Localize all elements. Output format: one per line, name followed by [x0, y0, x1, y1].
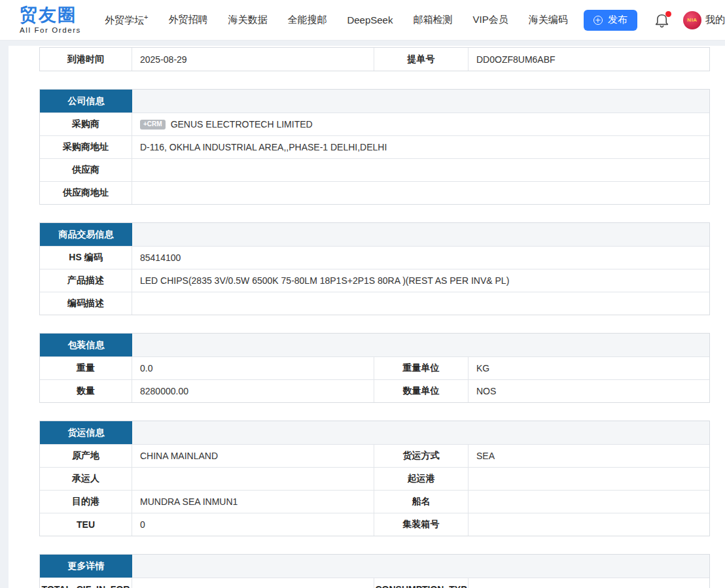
table-row: 到港时间 2025-08-29 提单号 DD0OZF8UM6ABF — [40, 48, 709, 71]
main-menu: 外贸学坛+ 外贸招聘 海关数据 全能搜邮 DeepSeek 邮箱检测 VIP会员… — [105, 13, 568, 27]
arrival-table: 到港时间 2025-08-29 提单号 DD0OZF8UM6ABF — [39, 47, 710, 71]
teu-label: TEU — [40, 513, 132, 536]
arrival-date-label: 到港时间 — [40, 48, 132, 71]
total-cif-value — [132, 578, 374, 588]
hs-code-value: 85414100 — [132, 247, 709, 269]
destination-port-value: MUNDRA SEA INMUN1 — [132, 491, 374, 513]
logo-text: 贸友圈 — [20, 6, 81, 24]
page-background-strip — [0, 41, 725, 46]
user-avatar[interactable]: NIA — [683, 11, 701, 29]
publish-button[interactable]: 发布 — [584, 10, 637, 31]
more-details-table: 更多详情 TOTAL_CIF_IN_FOR CONSUMPTION_TYP — [39, 554, 710, 588]
code-description-label: 编码描述 — [40, 292, 132, 315]
table-row: 供应商 — [40, 158, 709, 181]
bill-of-lading-label: 提单号 — [374, 48, 469, 71]
logo-tagline: All For Orders — [20, 26, 81, 34]
nav-item-email-check[interactable]: 邮箱检测 — [413, 14, 452, 26]
site-logo[interactable]: 贸友圈 All For Orders — [20, 6, 81, 33]
vessel-name-label: 船名 — [374, 491, 469, 513]
nav-item-trade-jobs[interactable]: 外贸招聘 — [168, 14, 207, 26]
product-description-value: LED CHIPS(2835 3V/0.5W 6500K 75-80LM 18P… — [132, 269, 709, 292]
nav-item-trade-forum[interactable]: 外贸学坛+ — [105, 13, 148, 27]
table-row: 目的港 MUNDRA SEA INMUN1 船名 — [40, 490, 709, 513]
container-number-value — [469, 513, 709, 536]
section-header: 更多详情 — [40, 555, 709, 578]
product-description-label: 产品描述 — [40, 269, 132, 292]
nav-item-vip[interactable]: VIP会员 — [472, 14, 508, 26]
shipment-detail: 到港时间 2025-08-29 提单号 DD0OZF8UM6ABF 公司信息 采… — [39, 47, 710, 588]
crm-badge[interactable]: +CRM — [140, 120, 166, 130]
table-row: 数量 8280000.00 数量单位 NOS — [40, 379, 709, 402]
supplier-label: 供应商 — [40, 159, 132, 181]
section-header: 公司信息 — [40, 90, 709, 112]
weight-unit-value: KG — [469, 357, 709, 379]
notification-bell[interactable] — [654, 12, 670, 29]
consumption-type-value — [469, 578, 709, 588]
table-row: 产品描述 LED CHIPS(2835 3V/0.5W 6500K 75-80L… — [40, 269, 709, 292]
buyer-value-cell: +CRM GENUS ELECTROTECH LIMITED — [132, 113, 709, 135]
buyer-address-value: D-116, OKHLA INDUSTRIAL AREA,,PHASE-1 DE… — [132, 136, 709, 158]
supplier-value — [132, 159, 709, 181]
section-header-filler — [132, 334, 709, 356]
port-of-loading-value — [469, 468, 709, 490]
supplier-address-value — [132, 182, 709, 204]
nav-item-customs-data[interactable]: 海关数据 — [228, 14, 267, 26]
notification-dot — [665, 11, 671, 17]
my-account-label[interactable]: 我的 — [705, 14, 725, 26]
vessel-name-value — [469, 491, 709, 513]
container-number-label: 集装箱号 — [374, 513, 469, 536]
plus-superscript: + — [144, 13, 148, 21]
section-header-filler — [132, 421, 709, 444]
consumption-type-label: CONSUMPTION_TYP — [374, 578, 469, 588]
table-row: 采购商 +CRM GENUS ELECTROTECH LIMITED — [40, 112, 709, 135]
section-title: 公司信息 — [40, 90, 132, 112]
origin-label: 原产地 — [40, 445, 132, 467]
table-row: 采购商地址 D-116, OKHLA INDUSTRIAL AREA,,PHAS… — [40, 135, 709, 158]
origin-value: CHINA MAINLAND — [132, 445, 374, 467]
table-row: 编码描述 — [40, 292, 709, 315]
shipping-mode-label: 货运方式 — [374, 445, 469, 467]
nav-item-email-search[interactable]: 全能搜邮 — [287, 14, 327, 26]
supplier-address-label: 供应商地址 — [40, 182, 132, 204]
avatar-text: NIA — [687, 17, 697, 23]
table-row: 重量 0.0 重量单位 KG — [40, 356, 709, 379]
section-title: 商品交易信息 — [40, 223, 132, 246]
quantity-label: 数量 — [40, 380, 132, 402]
packing-info-table: 包装信息 重量 0.0 重量单位 KG 数量 8280000.00 数量单位 N… — [39, 333, 710, 403]
shipping-mode-value: SEA — [469, 445, 709, 467]
table-row: TEU 0 集装箱号 — [40, 513, 709, 536]
section-header-filler — [132, 90, 709, 112]
table-row: 原产地 CHINA MAINLAND 货运方式 SEA — [40, 444, 709, 467]
buyer-value: GENUS ELECTROTECH LIMITED — [171, 119, 313, 130]
weight-unit-label: 重量单位 — [374, 357, 469, 379]
section-header: 货运信息 — [40, 421, 709, 444]
buyer-address-label: 采购商地址 — [40, 136, 132, 158]
total-cif-label: TOTAL_CIF_IN_FOR — [40, 578, 132, 588]
code-description-value — [132, 292, 709, 315]
nav-item-hs-code[interactable]: 海关编码 — [529, 14, 568, 26]
page-left-gutter — [0, 41, 9, 588]
destination-port-label: 目的港 — [40, 491, 132, 513]
hs-code-label: HS 编码 — [40, 247, 132, 269]
carrier-label: 承运人 — [40, 468, 132, 490]
table-row: HS 编码 85414100 — [40, 246, 709, 269]
arrival-date-value: 2025-08-29 — [132, 48, 374, 71]
table-row: 承运人 起运港 — [40, 467, 709, 490]
port-of-loading-label: 起运港 — [374, 468, 469, 490]
teu-value: 0 — [132, 513, 374, 536]
circle-plus-icon — [593, 16, 603, 25]
publish-button-label: 发布 — [608, 14, 628, 26]
table-row: TOTAL_CIF_IN_FOR CONSUMPTION_TYP — [40, 578, 709, 588]
company-info-table: 公司信息 采购商 +CRM GENUS ELECTROTECH LIMITED … — [39, 89, 710, 205]
quantity-unit-value: NOS — [469, 380, 709, 402]
shipping-info-table: 货运信息 原产地 CHINA MAINLAND 货运方式 SEA 承运人 起运港… — [39, 421, 710, 536]
product-info-table: 商品交易信息 HS 编码 85414100 产品描述 LED CHIPS(283… — [39, 222, 710, 315]
section-header-filler — [132, 223, 709, 246]
nav-item-deepseek[interactable]: DeepSeek — [347, 14, 393, 26]
section-header-filler — [132, 555, 709, 578]
weight-value: 0.0 — [132, 357, 374, 379]
bill-of-lading-value: DD0OZF8UM6ABF — [469, 48, 709, 71]
section-header: 包装信息 — [40, 334, 709, 356]
section-title: 更多详情 — [40, 555, 132, 578]
section-title: 货运信息 — [40, 421, 132, 444]
